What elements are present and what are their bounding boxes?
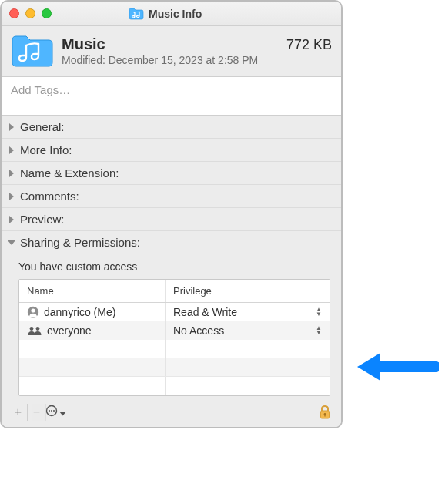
window-title: Music Info bbox=[149, 8, 202, 20]
table-row[interactable]: dannyrico (Me) Read & Write ▲▼ bbox=[19, 303, 330, 321]
section-comments[interactable]: Comments: bbox=[2, 185, 341, 208]
user-name: everyone bbox=[47, 324, 92, 337]
info-window: Music Info Music 772 KB Modified: Decemb… bbox=[0, 0, 343, 428]
lock-button[interactable] bbox=[316, 404, 333, 421]
column-privilege[interactable]: Privilege bbox=[166, 280, 330, 302]
plus-icon: + bbox=[15, 405, 22, 419]
ellipsis-circle-icon bbox=[45, 405, 58, 420]
section-general[interactable]: General: bbox=[2, 116, 341, 139]
zoom-button[interactable] bbox=[42, 8, 52, 18]
privilege-value: No Access bbox=[173, 324, 311, 337]
chevron-right-icon bbox=[8, 146, 15, 154]
svg-point-3 bbox=[36, 327, 40, 331]
table-row bbox=[19, 358, 330, 377]
svg-point-6 bbox=[51, 410, 52, 412]
section-label: Comments: bbox=[20, 190, 79, 203]
privilege-select[interactable]: Read & Write ▲▼ bbox=[166, 303, 330, 321]
item-modified: Modified: December 15, 2023 at 2:58 PM bbox=[62, 54, 332, 66]
tags-field[interactable] bbox=[2, 76, 341, 116]
privilege-select[interactable]: No Access ▲▼ bbox=[166, 321, 330, 340]
folder-icon bbox=[11, 34, 54, 68]
permissions-table: Name Privilege dannyrico (Me) Read & Wri… bbox=[18, 279, 330, 396]
svg-point-5 bbox=[49, 410, 50, 412]
item-name: Music bbox=[62, 35, 105, 53]
chevron-right-icon bbox=[8, 123, 15, 131]
close-button[interactable] bbox=[9, 8, 19, 18]
bottom-bar: + − bbox=[2, 401, 341, 427]
svg-point-1 bbox=[31, 308, 35, 312]
section-label: Preview: bbox=[20, 213, 65, 226]
remove-button[interactable]: − bbox=[28, 404, 46, 421]
chevron-right-icon bbox=[8, 216, 15, 223]
permissions-body: You have custom access Name Privilege da… bbox=[2, 254, 341, 401]
privilege-value: Read & Write bbox=[173, 306, 311, 318]
add-button[interactable]: + bbox=[9, 404, 28, 421]
chevron-right-icon bbox=[8, 170, 15, 177]
table-row bbox=[19, 377, 330, 395]
lock-icon bbox=[319, 405, 331, 420]
tags-input[interactable] bbox=[2, 77, 341, 115]
action-menu-button[interactable] bbox=[46, 404, 65, 421]
svg-rect-10 bbox=[324, 415, 325, 417]
updown-icon: ▲▼ bbox=[316, 307, 325, 317]
title-group: Music Info bbox=[129, 8, 202, 20]
permissions-header: Name Privilege bbox=[19, 280, 330, 303]
svg-point-2 bbox=[30, 327, 34, 331]
section-label: Sharing & Permissions: bbox=[20, 236, 140, 249]
header: Music 772 KB Modified: December 15, 2023… bbox=[2, 26, 341, 76]
minimize-button[interactable] bbox=[25, 8, 35, 18]
section-label: Name & Extension: bbox=[20, 166, 119, 180]
section-name-extension[interactable]: Name & Extension: bbox=[2, 162, 341, 185]
section-more-info[interactable]: More Info: bbox=[2, 139, 341, 162]
chevron-down-icon bbox=[8, 239, 15, 247]
section-preview[interactable]: Preview: bbox=[2, 208, 341, 231]
group-icon bbox=[27, 325, 42, 336]
user-name: dannyrico (Me) bbox=[44, 306, 115, 318]
item-size: 772 KB bbox=[286, 37, 332, 53]
single-user-icon bbox=[27, 306, 39, 318]
section-sharing-permissions[interactable]: Sharing & Permissions: bbox=[2, 231, 341, 254]
traffic-lights bbox=[9, 8, 52, 18]
permissions-hint: You have custom access bbox=[18, 257, 330, 279]
svg-point-7 bbox=[53, 410, 55, 412]
chevron-right-icon bbox=[8, 193, 15, 200]
section-label: More Info: bbox=[20, 143, 72, 156]
updown-icon: ▲▼ bbox=[316, 326, 325, 335]
sections: General: More Info: Name & Extension: Co… bbox=[2, 116, 341, 427]
titlebar: Music Info bbox=[2, 2, 341, 26]
arrow-annotation-icon bbox=[354, 350, 439, 386]
folder-icon bbox=[129, 8, 144, 20]
header-info: Music 772 KB Modified: December 15, 2023… bbox=[62, 35, 332, 66]
chevron-down-icon bbox=[59, 405, 66, 419]
table-row bbox=[19, 340, 330, 358]
table-row[interactable]: everyone No Access ▲▼ bbox=[19, 321, 330, 340]
minus-icon: − bbox=[33, 405, 40, 419]
column-name[interactable]: Name bbox=[19, 280, 166, 302]
section-label: General: bbox=[20, 120, 65, 133]
